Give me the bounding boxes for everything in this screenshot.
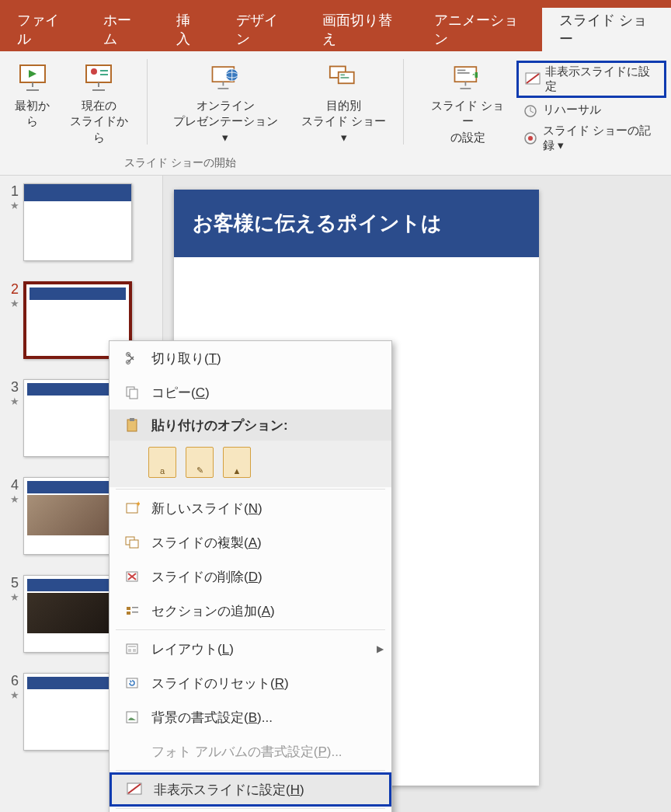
copy-icon: [120, 385, 144, 400]
animation-indicator-icon: ★: [6, 493, 23, 505]
svg-rect-36: [130, 389, 137, 399]
online-presentation-button[interactable]: オンライン プレゼンテーション ▾: [157, 59, 294, 148]
svg-rect-48: [132, 607, 138, 608]
setup-label-2: の設定: [450, 130, 485, 145]
svg-point-32: [528, 136, 533, 141]
record-icon: [523, 131, 538, 145]
animation-indicator-icon: ★: [6, 591, 23, 603]
cm-add-section[interactable]: セクションの追加(A): [110, 594, 391, 628]
svg-rect-52: [128, 649, 131, 652]
cm-new-slide[interactable]: ✦ 新しいスライド(N): [110, 491, 391, 525]
svg-rect-54: [127, 678, 137, 688]
thumb-number: 3: [6, 379, 23, 396]
cm-delete-label: スライドの削除(D): [144, 568, 384, 586]
svg-rect-47: [127, 612, 130, 615]
hide-slide-button[interactable]: 非表示スライドに設定: [516, 61, 666, 98]
slide-thumbnail-1[interactable]: [23, 183, 132, 261]
tab-slideshow[interactable]: スライド ショー: [542, 8, 671, 51]
hide-slide-icon: [123, 782, 146, 796]
animation-indicator-icon: ★: [6, 298, 23, 309]
tab-file[interactable]: ファイル: [0, 8, 86, 51]
cm-add-section-label: セクションの追加(A): [144, 602, 384, 620]
tab-design[interactable]: デザイン: [219, 8, 305, 51]
titlebar: [0, 0, 671, 8]
submenu-arrow-icon: ▶: [377, 643, 384, 654]
custom-slideshow-icon: [329, 62, 360, 93]
ribbon-separator-2: [403, 59, 404, 145]
cm-format-bg-label: 背景の書式設定(B)...: [144, 709, 384, 727]
svg-rect-18: [340, 74, 344, 75]
from-current-label-1: 現在の: [82, 98, 116, 113]
cm-reset[interactable]: スライドのリセット(R): [110, 666, 391, 700]
svg-rect-21: [457, 70, 465, 71]
setup-slideshow-button[interactable]: スライド ショー の設定: [413, 59, 516, 148]
custom-slideshow-button[interactable]: 目的別 スライド ショー ▾: [294, 59, 393, 148]
cm-layout-label: レイアウト(L): [144, 640, 377, 658]
record-label: スライド ショーの記録 ▾: [543, 124, 660, 153]
svg-rect-38: [130, 418, 134, 421]
cm-new-slide-label: 新しいスライド(N): [144, 500, 384, 518]
thumbnail-row[interactable]: 1★: [6, 183, 156, 261]
svg-rect-56: [127, 712, 137, 723]
thumb-number: 1: [6, 183, 23, 200]
rehearse-button[interactable]: リハーサル: [516, 101, 666, 119]
tab-insert[interactable]: 挿入: [159, 8, 219, 51]
thumb-number: 5: [6, 575, 23, 591]
cm-separator: [116, 629, 385, 630]
cm-cut[interactable]: 切り取り(T): [110, 341, 391, 375]
cm-photo-album: フォト アルバムの書式設定(P)...: [110, 734, 391, 768]
cm-format-background[interactable]: 背景の書式設定(B)...: [110, 700, 391, 734]
svg-rect-19: [340, 77, 349, 78]
online-label-1: オンライン: [196, 98, 255, 113]
paste-picture-button[interactable]: ▲: [223, 447, 251, 478]
clock-icon: [523, 103, 538, 117]
svg-point-5: [91, 68, 97, 75]
ribbon-tabs: ファイル ホーム 挿入 デザイン 画面切り替え アニメーション スライド ショー: [0, 8, 671, 51]
context-menu: 切り取り(T) コピー(C) 貼り付けのオプション: a ✎ ▲ ✦ 新しいスラ…: [109, 340, 392, 812]
custom-label-1: 目的別: [326, 98, 361, 113]
setup-slideshow-icon: [452, 62, 483, 93]
svg-rect-46: [127, 607, 130, 610]
play-from-current-icon: [83, 62, 114, 93]
from-beginning-button[interactable]: 最初から: [5, 59, 61, 133]
cm-duplicate-label: スライドの複製(A): [144, 534, 384, 552]
cm-duplicate[interactable]: スライドの複製(A): [110, 525, 391, 559]
delete-slide-icon: [120, 569, 144, 584]
from-beginning-label: 最初から: [11, 98, 54, 130]
animation-indicator-icon: ★: [6, 689, 23, 701]
paste-use-destination-button[interactable]: ✎: [186, 447, 214, 478]
cm-hide-slide[interactable]: 非表示スライドに設定(H): [110, 772, 391, 807]
svg-line-30: [530, 111, 534, 113]
svg-rect-37: [127, 420, 137, 431]
custom-label-2: スライド ショー ▾: [300, 113, 387, 145]
rehearse-label: リハーサル: [543, 103, 601, 117]
paste-keep-formatting-button[interactable]: a: [148, 447, 176, 478]
svg-rect-42: [130, 540, 138, 548]
online-label-2: プレゼンテーション ▾: [172, 113, 278, 145]
cm-copy[interactable]: コピー(C): [110, 375, 391, 409]
svg-rect-53: [133, 649, 136, 652]
layout-icon: [120, 641, 144, 657]
cm-separator: [116, 808, 385, 809]
cm-hide-slide-label: 非表示スライドに設定(H): [146, 781, 381, 799]
cm-paste-options-label: 貼り付けのオプション:: [144, 416, 384, 434]
cm-paste-row: a ✎ ▲: [110, 441, 391, 487]
online-presentation-icon: [210, 62, 241, 93]
record-button[interactable]: スライド ショーの記録 ▾: [516, 122, 666, 155]
slide-title[interactable]: お客様に伝えるポイントは: [174, 190, 539, 257]
ribbon-separator: [147, 59, 148, 145]
tab-transitions[interactable]: 画面切り替え: [305, 8, 417, 51]
animation-indicator-icon: ★: [6, 396, 23, 407]
clipboard-icon: [120, 417, 144, 433]
tab-home[interactable]: ホーム: [86, 8, 159, 51]
from-current-button[interactable]: 現在の スライドから: [61, 59, 137, 148]
play-from-start-icon: [17, 62, 48, 93]
cm-layout[interactable]: レイアウト(L) ▶: [110, 632, 391, 666]
tab-animations[interactable]: アニメーション: [417, 8, 542, 51]
thumb-number: 2: [6, 281, 23, 298]
new-slide-icon: ✦: [120, 500, 144, 516]
cm-delete[interactable]: スライドの削除(D): [110, 559, 391, 594]
svg-text:✦: ✦: [135, 500, 140, 508]
cm-separator: [116, 489, 385, 490]
section-icon: [120, 603, 144, 619]
